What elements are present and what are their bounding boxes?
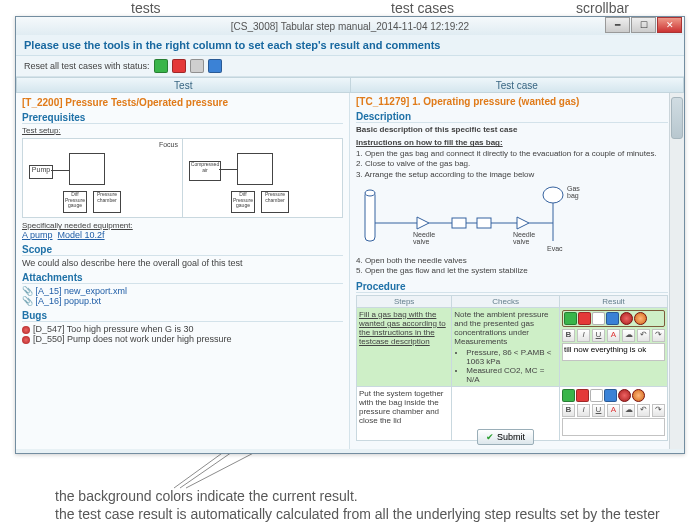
svg-point-1	[365, 190, 375, 196]
reset-status-info[interactable]	[208, 59, 222, 73]
italic-button[interactable]: I	[577, 329, 590, 342]
result-buttons-group	[562, 389, 665, 402]
result-cell: B I U A ☁ ↶ ↷	[560, 307, 668, 386]
description-heading: Description	[356, 111, 668, 123]
step-text: 4. Open both the needle valves	[356, 256, 668, 266]
annotation-tests: tests	[131, 0, 161, 17]
attachment-link[interactable]: 📎 [A_16] popup.txt	[22, 296, 343, 306]
bug-icon	[22, 336, 30, 344]
col-result: Result	[560, 295, 668, 307]
scope-text: We could also describe here the overall …	[22, 258, 343, 268]
testcase-diagram: Needle valve Needle valve Evac	[356, 182, 668, 254]
scrollbar[interactable]	[669, 93, 684, 449]
basic-desc: Basic description of this specific test …	[356, 125, 517, 134]
bold-button[interactable]: B	[562, 329, 575, 342]
link-bug-button[interactable]	[618, 389, 631, 402]
bold-button[interactable]: B	[562, 404, 575, 417]
titlebar[interactable]: [CS_3008] Tabular step manual_2014-11-04…	[16, 17, 684, 35]
header-test: Test	[16, 77, 350, 93]
underline-button[interactable]: U	[592, 329, 605, 342]
window-title: [CS_3008] Tabular step manual_2014-11-04…	[231, 21, 469, 32]
comment-input[interactable]	[562, 418, 665, 436]
result-na-button[interactable]	[592, 312, 605, 325]
link-bug-button[interactable]	[620, 312, 633, 325]
gauge-box: Diff Pressure gauge	[63, 191, 87, 213]
undo-button[interactable]: ↶	[637, 329, 650, 342]
result-pass-button[interactable]	[562, 389, 575, 402]
pump-box: Pump	[29, 165, 53, 179]
procedure-table: Steps Checks Result Fill a gas bag with …	[356, 295, 668, 441]
redo-button[interactable]: ↷	[652, 329, 665, 342]
table-row: Fill a gas bag with the wanted gas accor…	[357, 307, 668, 386]
scrollbar-thumb[interactable]	[671, 97, 683, 139]
test-setup-label: Test setup:	[22, 126, 343, 135]
col-checks: Checks	[452, 295, 560, 307]
annotation-scrollbar: scrollbar	[576, 0, 629, 17]
equipment-link[interactable]: Model 10.2f	[58, 230, 105, 240]
new-bug-button[interactable]	[634, 312, 647, 325]
result-info-button[interactable]	[604, 389, 617, 402]
bug-link[interactable]: [D_550] Pump does not work under high pr…	[22, 334, 343, 344]
svg-text:Needle: Needle	[513, 231, 535, 238]
result-cell: B I U A ☁ ↶ ↷	[560, 386, 668, 440]
chamber2-box	[237, 153, 273, 185]
result-pass-button[interactable]	[564, 312, 577, 325]
reset-label: Reset all test cases with status:	[24, 61, 150, 71]
step-text: 1. Open the gas bag and connect it direc…	[356, 149, 668, 159]
attachments-heading: Attachments	[22, 272, 343, 284]
svg-text:Evac: Evac	[547, 245, 563, 252]
svg-marker-3	[417, 217, 429, 229]
result-na-button[interactable]	[590, 389, 603, 402]
col-steps: Steps	[357, 295, 452, 307]
svg-text:Gas: Gas	[567, 185, 580, 192]
scope-heading: Scope	[22, 244, 343, 256]
compressor-box: Compressed air	[189, 161, 221, 181]
bug-link[interactable]: [D_547] Too high pressure when G is 30	[22, 324, 343, 334]
prereq-heading: Prerequisites	[22, 112, 343, 124]
attachment-link[interactable]: 📎 [A_15] new_export.xml	[22, 286, 343, 296]
minimize-button[interactable]: ━	[605, 17, 630, 33]
step-text: 2. Close to valve of the gas bag.	[356, 159, 668, 169]
step-cell: Fill a gas bag with the wanted gas accor…	[359, 310, 446, 346]
color-button[interactable]: A	[607, 329, 620, 342]
svg-text:Needle: Needle	[413, 231, 435, 238]
reset-status-pass[interactable]	[154, 59, 168, 73]
italic-button[interactable]: I	[577, 404, 590, 417]
new-bug-button[interactable]	[632, 389, 645, 402]
result-fail-button[interactable]	[578, 312, 591, 325]
connector	[219, 169, 237, 170]
pchamber2-box: Pressure chamber	[261, 191, 289, 213]
comment-input[interactable]	[562, 343, 665, 361]
testcase-title: [TC_11279] 1. Operating pressure (wanted…	[356, 96, 668, 107]
chamber-box	[69, 153, 105, 185]
connector	[51, 170, 69, 171]
image-button[interactable]: ☁	[622, 404, 635, 417]
redo-button[interactable]: ↷	[652, 404, 665, 417]
check-cell: Note the ambient pressure and the presen…	[452, 307, 560, 386]
svg-rect-8	[477, 218, 491, 228]
result-fail-button[interactable]	[576, 389, 589, 402]
test-title: [T_2200] Pressure Tests/Operated pressur…	[22, 97, 343, 108]
app-window: [CS_3008] Tabular step manual_2014-11-04…	[15, 16, 685, 454]
submit-button[interactable]: Submit	[477, 429, 534, 445]
equipment-link[interactable]: A pump	[22, 230, 53, 240]
undo-button[interactable]: ↶	[637, 404, 650, 417]
reset-status-fail[interactable]	[172, 59, 186, 73]
color-button[interactable]: A	[607, 404, 620, 417]
annotation-testcases: test cases	[391, 0, 454, 17]
test-panel: [T_2200] Pressure Tests/Operated pressur…	[16, 93, 350, 449]
underline-button[interactable]: U	[592, 404, 605, 417]
instruction-banner: Please use the tools in the right column…	[16, 35, 684, 56]
reset-status-na[interactable]	[190, 59, 204, 73]
image-button[interactable]: ☁	[622, 329, 635, 342]
close-button[interactable]: ✕	[657, 17, 682, 33]
result-info-button[interactable]	[606, 312, 619, 325]
reset-toolbar: Reset all test cases with status:	[16, 56, 684, 77]
bug-icon	[22, 326, 30, 334]
svg-text:valve: valve	[513, 238, 529, 245]
bugs-heading: Bugs	[22, 310, 343, 322]
gauge2-box: Diff Pressure gauge	[231, 191, 255, 213]
step-text: 3. Arrange the setup according to the im…	[356, 170, 668, 180]
maximize-button[interactable]: ☐	[631, 17, 656, 33]
header-testcase: Test case	[350, 77, 685, 93]
